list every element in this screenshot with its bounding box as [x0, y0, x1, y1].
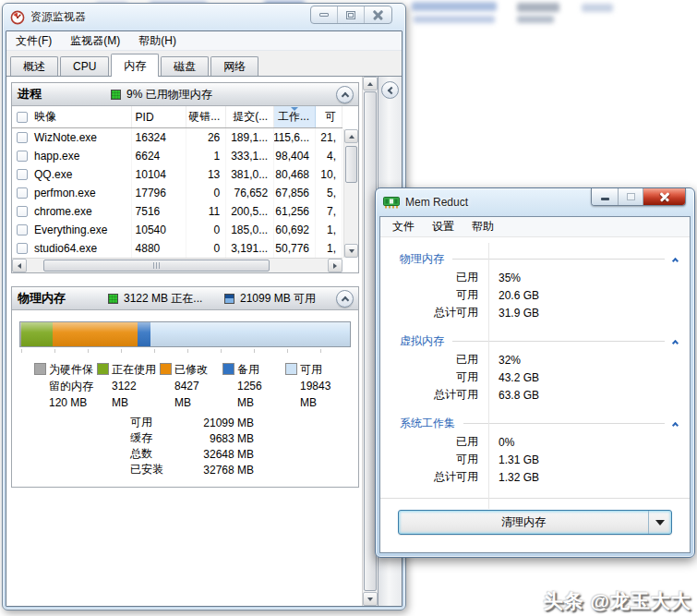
- cell: 4880: [132, 239, 187, 258]
- memreduct-client: 物理内存已用35%可用20.6 GB总计可用31.9 GB虚拟内存已用32%可用…: [380, 237, 690, 552]
- cell-text: 76,652: [234, 187, 268, 199]
- column-header[interactable]: 提交(...: [226, 106, 274, 127]
- tab-磁盘[interactable]: 磁盘: [161, 56, 209, 76]
- tab-CPU[interactable]: CPU: [60, 56, 109, 76]
- section-header: 虚拟内存: [380, 332, 690, 351]
- resmon-main-column: 进程 9% 已用物理内存 映像PID硬错...提交(...工作...可 WizN…: [6, 77, 362, 606]
- checkbox[interactable]: [17, 132, 28, 143]
- table-row[interactable]: studio64.exe488003,191...50,7761,: [12, 239, 342, 258]
- minimize-button[interactable]: [311, 6, 338, 23]
- process-table: 映像PID硬错...提交(...工作...可 WizNote.exe163242…: [12, 106, 358, 272]
- desktop: { "watermark": "头条 @龙玉大大", "resmon": { "…: [0, 0, 697, 616]
- tab-概述[interactable]: 概述: [10, 56, 58, 76]
- minimize-icon: [319, 13, 329, 17]
- metric-label: 可用: [380, 287, 488, 303]
- column-header[interactable]: PID: [132, 106, 187, 127]
- checkbox[interactable]: [17, 169, 28, 180]
- menubar-item[interactable]: 设置: [432, 219, 454, 235]
- memreduct-titlebar[interactable]: Mem Reduct: [376, 188, 694, 216]
- metric-value: 43.2 GB: [488, 371, 539, 384]
- table-row[interactable]: happ.exe66241333,1...98,4044,: [12, 147, 342, 165]
- available-led-icon: [224, 294, 234, 304]
- scroll-thumb[interactable]: [43, 260, 270, 272]
- scroll-up-button[interactable]: [344, 129, 358, 143]
- maximize-button[interactable]: [619, 188, 643, 205]
- scroll-right-button[interactable]: [328, 259, 342, 272]
- close-button[interactable]: [643, 188, 685, 205]
- table-row[interactable]: chrome.exe751611200,5...61,2567,: [12, 202, 342, 221]
- minimize-button[interactable]: [592, 188, 619, 205]
- column-header[interactable]: 工作...: [274, 106, 316, 127]
- section-divider: [463, 423, 665, 424]
- table-horizontal-scrollbar[interactable]: [12, 258, 342, 272]
- clean-memory-button[interactable]: 清理内存: [398, 510, 672, 535]
- checkbox[interactable]: [17, 224, 28, 236]
- table-row[interactable]: perfmon.exe17796076,65267,8565,: [12, 184, 342, 202]
- cell-text: 115,6...: [274, 131, 309, 144]
- resmon-titlebar[interactable]: 资源监视器: [3, 4, 405, 30]
- cell-text: 80,468: [275, 168, 309, 181]
- table-row[interactable]: WizNote.exe1632426189,1...115,6...21,: [12, 128, 342, 147]
- scroll-left-button[interactable]: [12, 259, 27, 272]
- memory-stat-row: 可用21099 MB: [130, 415, 254, 430]
- cell-text: happ.exe: [34, 150, 79, 163]
- background-blur: [412, 2, 497, 11]
- tab-网络[interactable]: 网络: [210, 56, 258, 76]
- cell: QQ.exe: [12, 165, 132, 184]
- memory-legend: 为硬件保留的内存 120 MB正在使用 3122 MB已修改 8427 MB备用…: [34, 361, 358, 411]
- collapse-section-button[interactable]: [336, 290, 354, 308]
- clean-memory-dropdown[interactable]: [648, 511, 671, 534]
- memory-bar-segment: [150, 322, 350, 346]
- clean-memory-label[interactable]: 清理内存: [399, 511, 648, 534]
- memreduct-section: 系统工作集已用0%可用1.31 GB总计可用1.32 GB: [380, 414, 690, 486]
- legend-item: 已修改 8427 MB: [160, 361, 222, 411]
- cell: 4,: [316, 147, 342, 165]
- cell-text: 16324: [136, 131, 166, 144]
- collapse-arrow-icon[interactable]: [672, 339, 679, 345]
- checkbox[interactable]: [17, 243, 28, 254]
- checkbox[interactable]: [17, 151, 28, 162]
- section-title: 进程: [18, 86, 42, 103]
- menubar-item[interactable]: 监视器(M): [70, 33, 120, 49]
- scroll-up-button[interactable]: [363, 77, 378, 91]
- column-header[interactable]: 可: [316, 106, 342, 127]
- legend-label: 可用 19843 MB: [300, 361, 344, 411]
- memreduct-sections: 物理内存已用35%可用20.6 GB总计可用31.9 GB虚拟内存已用32%可用…: [380, 237, 690, 486]
- restore-button[interactable]: [338, 6, 365, 23]
- menubar-item[interactable]: 帮助: [472, 219, 494, 235]
- table-row[interactable]: Everything.exe105400185,0...60,6921,: [12, 221, 342, 239]
- scroll-track[interactable]: [27, 259, 328, 272]
- menubar-item[interactable]: 文件(F): [16, 33, 52, 49]
- physical-memory-section-header[interactable]: 物理内存 3122 MB 正在... 21099 MB 可用: [12, 287, 358, 310]
- scroll-down-button[interactable]: [363, 592, 378, 606]
- scroll-thumb[interactable]: [345, 146, 357, 183]
- mem-reduct-window: Mem Reduct 文件设置帮助 物理内存已用35%可用20.6 GB总计可用…: [375, 187, 695, 558]
- tab-内存[interactable]: 内存: [111, 54, 159, 77]
- menubar-item[interactable]: 文件: [392, 219, 415, 235]
- column-header[interactable]: 硬错...: [186, 106, 226, 127]
- checkbox[interactable]: [17, 206, 28, 217]
- table-vertical-scrollbar[interactable]: [343, 129, 358, 258]
- column-header[interactable]: 映像: [12, 106, 132, 127]
- collapse-arrow-icon[interactable]: [672, 257, 679, 263]
- metric-row: 总计可用1.32 GB: [380, 468, 690, 486]
- legend-label: 正在使用 3122 MB: [112, 361, 156, 411]
- scroll-track[interactable]: [344, 143, 358, 244]
- scroll-down-button[interactable]: [344, 244, 358, 258]
- expand-panel-button[interactable]: [381, 81, 399, 99]
- menubar-item[interactable]: 帮助(H): [138, 33, 176, 49]
- section-title: 物理内存: [18, 290, 66, 307]
- table-row[interactable]: QQ.exe1010413381,0...80,46810,: [12, 165, 342, 184]
- metric-row: 总计可用31.9 GB: [380, 304, 690, 321]
- section-title: 物理内存: [400, 251, 444, 267]
- collapse-section-button[interactable]: [336, 86, 354, 103]
- memory-stat-row: 已安装32768 MB: [130, 462, 254, 477]
- checkbox[interactable]: [17, 187, 28, 199]
- checkbox[interactable]: [17, 112, 28, 123]
- collapse-arrow-icon[interactable]: [672, 421, 679, 428]
- status-text: 3122 MB 正在...: [124, 291, 202, 307]
- processes-section-header[interactable]: 进程 9% 已用物理内存: [12, 83, 358, 106]
- section-divider: [452, 341, 665, 342]
- close-button[interactable]: [365, 6, 391, 23]
- cell-text: 67,856: [275, 187, 309, 199]
